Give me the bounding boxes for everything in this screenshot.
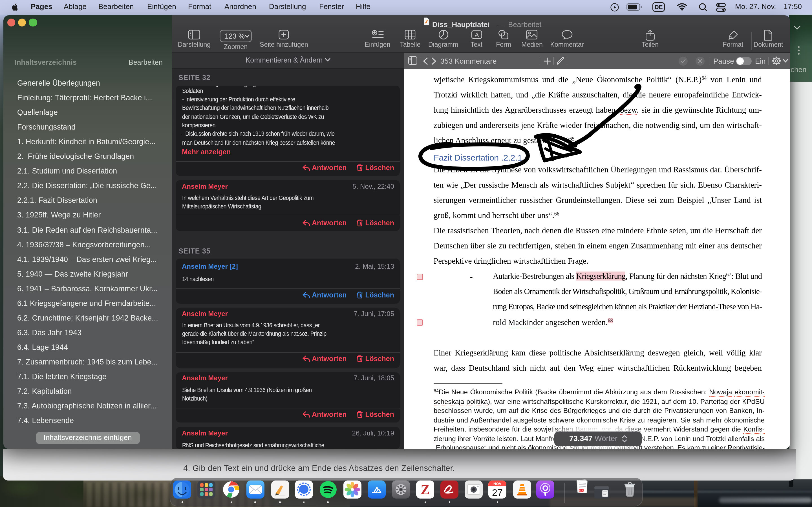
svg-text:DE: DE bbox=[654, 4, 663, 10]
svg-text:NOV: NOV bbox=[493, 482, 502, 486]
svg-text:Z: Z bbox=[421, 482, 430, 497]
svg-text:123 %: 123 % bbox=[225, 32, 245, 40]
svg-text:A: A bbox=[474, 31, 478, 38]
svg-text:27: 27 bbox=[492, 487, 503, 497]
svg-text:PDF: PDF bbox=[579, 489, 583, 492]
